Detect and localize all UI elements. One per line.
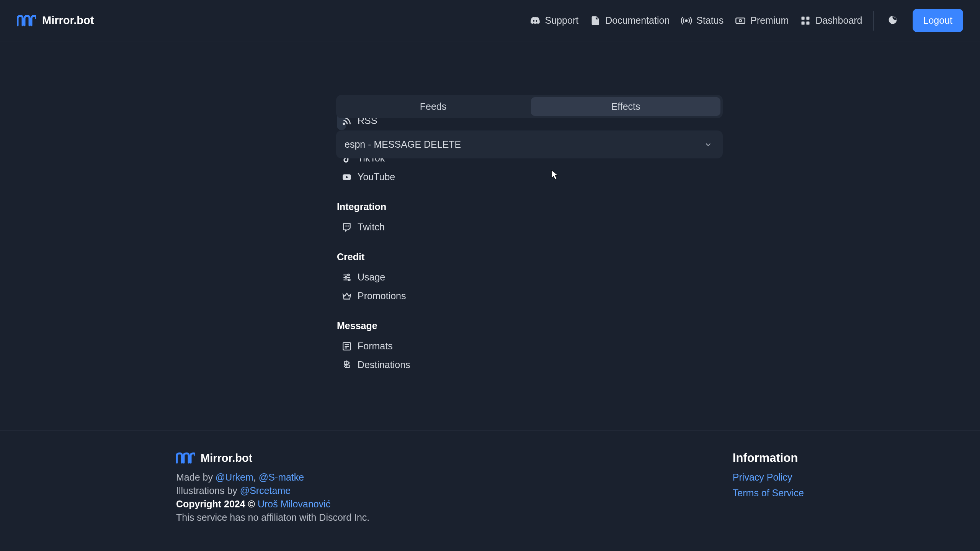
footer-illustrations: Illustrations by @Srcetame (176, 485, 369, 496)
svg-point-16 (348, 274, 349, 276)
nav-support[interactable]: Support (530, 15, 579, 26)
svg-point-8 (896, 18, 897, 19)
svg-point-0 (686, 20, 688, 21)
nav-status-label: Status (696, 15, 724, 26)
footer: Mirror.bot Made by @Urkem, @S-matke Illu… (0, 430, 980, 551)
sliders-icon (341, 272, 352, 283)
header: Mirror.bot Support Documentation Status (0, 0, 980, 41)
brand-name: Mirror.bot (42, 14, 94, 27)
footer-link-tos[interactable]: Terms of Service (733, 487, 804, 499)
logo-icon (176, 451, 195, 465)
footer-left: Mirror.bot Made by @Urkem, @S-matke Illu… (176, 451, 369, 525)
theme-toggle[interactable] (884, 12, 901, 29)
twitch-icon (341, 222, 352, 233)
sidebar-item-youtube[interactable]: YouTube (337, 168, 346, 186)
effect-select[interactable]: espn - MESSAGE DELETE (336, 130, 723, 158)
list-box-icon (341, 341, 352, 352)
footer-link-smatke[interactable]: @S-matke (259, 472, 304, 483)
svg-rect-1 (736, 18, 745, 23)
footer-copyright-prefix: Copyright 2024 © (176, 499, 258, 509)
footer-link-copyright-name[interactable]: Uroš Milovanović (258, 499, 330, 509)
footer-brand[interactable]: Mirror.bot (176, 451, 369, 465)
sidebar-item-formats[interactable]: Formats (337, 337, 346, 355)
crown-icon (341, 291, 352, 302)
tab-feeds[interactable]: Feeds (338, 97, 528, 116)
nav-separator (873, 11, 874, 31)
broadcast-icon (681, 15, 692, 26)
svg-point-2 (739, 20, 742, 22)
discord-icon (530, 15, 541, 26)
footer-right: Information Privacy Policy Terms of Serv… (733, 451, 804, 503)
logout-button[interactable]: Logout (913, 9, 963, 32)
svg-point-7 (894, 16, 895, 18)
svg-rect-5 (802, 21, 805, 24)
footer-info-heading: Information (733, 451, 804, 465)
youtube-icon (341, 172, 352, 183)
nav-status[interactable]: Status (681, 15, 724, 26)
svg-point-18 (348, 279, 350, 280)
theme-icon (887, 15, 898, 27)
tab-effects[interactable]: Effects (531, 97, 720, 116)
logo-icon (17, 13, 36, 28)
footer-disclaimer: This service has no affiliaton with Disc… (176, 512, 369, 523)
footer-link-urkem[interactable]: @Urkem (216, 472, 253, 483)
nav-dashboard-label: Dashboard (815, 15, 862, 26)
nav-right: Support Documentation Status Premium Das (530, 9, 963, 32)
sidebar-item-label: Promotions (358, 290, 406, 302)
svg-rect-3 (802, 16, 805, 20)
effect-select-value: espn - MESSAGE DELETE (345, 139, 461, 150)
footer-illustrations-prefix: Illustrations by (176, 485, 240, 496)
sidebar-item-label: Usage (358, 272, 385, 283)
sidebar-item-label: Destinations (358, 359, 410, 370)
nav-premium[interactable]: Premium (735, 15, 789, 26)
dashboard-icon (800, 15, 811, 26)
nav-dashboard[interactable]: Dashboard (800, 15, 862, 26)
footer-link-privacy[interactable]: Privacy Policy (733, 472, 804, 483)
nav-support-label: Support (545, 15, 579, 26)
sidebar-item-twitch[interactable]: Twitch (337, 218, 346, 236)
nav-premium-label: Premium (750, 15, 789, 26)
document-icon (590, 15, 601, 26)
footer-made-by-prefix: Made by (176, 472, 216, 483)
brand[interactable]: Mirror.bot (17, 13, 94, 28)
nav-documentation[interactable]: Documentation (590, 15, 670, 26)
svg-point-17 (345, 276, 347, 278)
cash-icon (735, 15, 746, 26)
footer-link-srcetame[interactable]: @Srcetame (240, 485, 291, 496)
svg-rect-4 (807, 16, 810, 20)
sidebar-item-label: YouTube (358, 171, 395, 183)
svg-rect-6 (807, 21, 810, 24)
footer-brand-name: Mirror.bot (201, 452, 252, 465)
svg-point-9 (893, 16, 894, 16)
footer-made-by-sep: , (253, 472, 259, 483)
nav-documentation-label: Documentation (605, 15, 670, 26)
tabs: Feeds Effects (336, 95, 723, 118)
sidebar-item-usage[interactable]: Usage (337, 268, 346, 287)
sidebar-item-destinations[interactable]: Destinations (337, 355, 346, 374)
sidebar: Feed RSS Reddit TikTok YouTube (168, 95, 337, 374)
main: Feeds Effects espn - MESSAGE DELETE (336, 95, 723, 158)
sidebar-item-label: Formats (358, 341, 393, 352)
sidebar-item-label: Twitch (358, 222, 385, 233)
footer-copyright: Copyright 2024 © Uroš Milovanović (176, 499, 369, 510)
footer-made-by: Made by @Urkem, @S-matke (176, 472, 369, 483)
chevron-down-icon (704, 140, 713, 149)
signpost-icon (341, 360, 352, 370)
sidebar-item-promotions[interactable]: Promotions (337, 287, 346, 305)
